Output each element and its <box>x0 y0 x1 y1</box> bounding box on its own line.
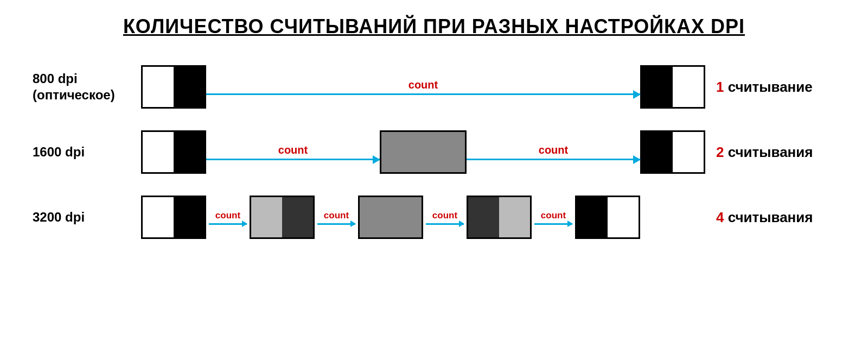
page-title: КОЛИЧЕСТВО СЧИТЫВАНИЙ ПРИ РАЗНЫХ НАСТРОЙ… <box>0 0 868 54</box>
arrow-1600-2: count <box>467 144 640 160</box>
arrow-line-3200-3 <box>426 223 464 225</box>
arrow-3200-2: count <box>315 210 358 225</box>
arrow-label-3200-3: count <box>432 210 457 221</box>
arrow-line-800 <box>206 93 640 95</box>
dpi-label-800: 800 dpi(оптическое) <box>33 71 141 103</box>
dpi-label-1600: 1600 dpi <box>33 144 141 160</box>
arrow-label-1600-2: count <box>539 144 568 156</box>
sensor-end-800 <box>640 65 705 109</box>
row-content-1600: count count <box>141 130 705 174</box>
row-content-800: count <box>141 65 705 109</box>
sensor-end-1600 <box>640 130 705 174</box>
sensor-half-white <box>143 67 174 107</box>
result-label-3200: 4 считывания <box>705 209 835 226</box>
sensor-start-800 <box>141 65 206 109</box>
arrow-line-1600-2 <box>467 159 640 160</box>
arrow-label-3200-4: count <box>541 210 566 221</box>
sensor-mid-1600 <box>380 130 467 174</box>
result-text-3200: считывания <box>724 209 813 225</box>
diagram-area: 800 dpi(оптическое) count 1 считывание <box>0 54 868 250</box>
row-800: 800 dpi(оптическое) count 1 считывание <box>33 54 835 119</box>
arrow-3200-4: count <box>532 210 575 225</box>
sensor-mid1-3200 <box>250 196 315 239</box>
result-label-800: 1 считывание <box>705 79 835 96</box>
sensor-half-black <box>174 67 205 107</box>
sensor-mid3-3200 <box>467 196 532 239</box>
arrow-label-3200-2: count <box>324 210 349 221</box>
result-text-800: считывание <box>724 79 812 95</box>
arrow-1600-1: count <box>206 144 380 160</box>
arrow-line-3200-4 <box>534 223 572 225</box>
result-num-3200: 4 <box>716 209 724 225</box>
sensor-half-black-end <box>642 67 673 107</box>
sensor-half-white-end <box>673 67 704 107</box>
sensor-end-3200 <box>575 196 640 239</box>
arrow-800: count <box>206 79 640 95</box>
result-num-1600: 2 <box>716 144 724 160</box>
result-num-800: 1 <box>716 79 724 95</box>
arrow-label-800: count <box>409 79 438 91</box>
result-text-1600: считывания <box>724 144 813 160</box>
arrow-line-3200-1 <box>209 223 247 225</box>
row-3200: 3200 dpi count count <box>33 185 835 250</box>
sensor-mid2-3200 <box>358 196 423 239</box>
sensor-start-3200 <box>141 196 206 239</box>
result-label-1600: 2 считывания <box>705 144 835 161</box>
arrow-line-3200-2 <box>317 223 355 225</box>
arrow-label-1600-1: count <box>278 144 308 156</box>
arrow-line-1600-1 <box>206 159 380 160</box>
arrow-3200-1: count <box>206 210 250 225</box>
sensor-start-1600 <box>141 130 206 174</box>
arrow-label-3200-1: count <box>215 210 240 221</box>
dpi-label-3200: 3200 dpi <box>33 209 141 225</box>
row-1600: 1600 dpi count count <box>33 119 835 185</box>
arrow-3200-3: count <box>423 210 467 225</box>
row-content-3200: count count count <box>141 196 705 239</box>
